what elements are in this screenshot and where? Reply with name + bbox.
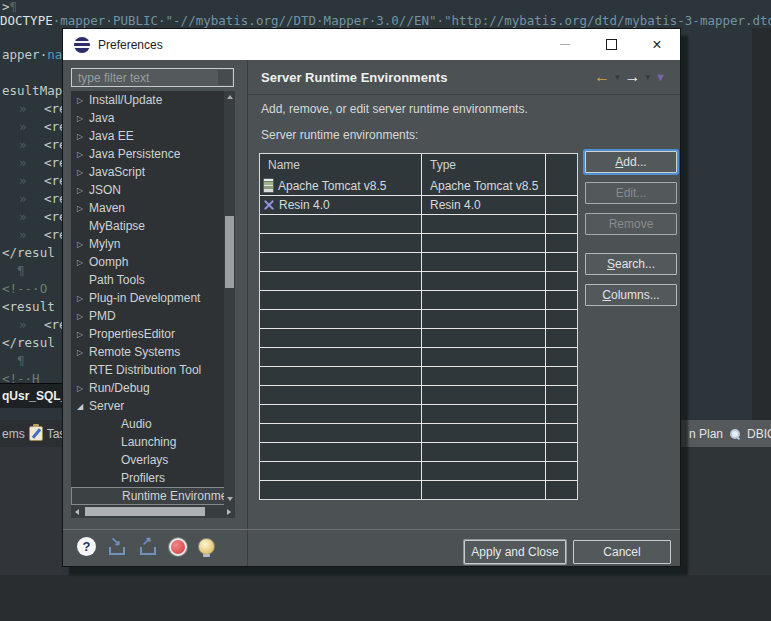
tree-item-launching[interactable]: Launching [71, 433, 235, 451]
collapsed-arrow-icon[interactable] [77, 132, 89, 141]
tomcat-icon [263, 178, 274, 193]
collapsed-arrow-icon[interactable] [77, 240, 89, 249]
collapsed-arrow-icon[interactable] [77, 96, 89, 105]
horizontal-scrollbar-thumb[interactable] [85, 507, 205, 516]
resin-icon [263, 199, 275, 212]
scroll-left-icon[interactable] [71, 505, 83, 518]
import-icon[interactable] [107, 537, 127, 556]
code-line: »<re [2, 100, 64, 118]
magnifier-icon[interactable] [729, 428, 741, 440]
collapsed-arrow-icon[interactable] [77, 150, 89, 159]
expanded-arrow-icon[interactable] [77, 402, 89, 411]
tree-vertical-scrollbar[interactable] [224, 91, 235, 505]
column-header-name[interactable]: Name [260, 154, 422, 176]
code-line-overflow: >¶ [2, 0, 17, 14]
background-panel-left [0, 447, 62, 575]
apply-and-close-button[interactable]: Apply and Close [464, 540, 566, 564]
collapsed-arrow-icon[interactable] [77, 186, 89, 195]
collapsed-arrow-icon[interactable] [77, 312, 89, 321]
tree-item-java[interactable]: Java [71, 109, 235, 127]
dialog-titlebar[interactable]: Preferences [63, 29, 680, 60]
tree-item-audio[interactable]: Audio [71, 415, 235, 433]
table-empty-row [260, 480, 577, 499]
tree-item-run-debug[interactable]: Run/Debug [71, 379, 235, 397]
tree-item-install-update[interactable]: Install/Update [71, 91, 235, 109]
search-button[interactable]: Search... [585, 253, 677, 275]
tree-item-remote-systems[interactable]: Remote Systems [71, 343, 235, 361]
tree-item-server[interactable]: Server [71, 397, 235, 415]
view-menu-icon[interactable] [655, 71, 666, 83]
tree-item-java-ee[interactable]: Java EE [71, 127, 235, 145]
lightbulb-icon[interactable] [198, 538, 215, 555]
collapsed-arrow-icon[interactable] [77, 348, 89, 357]
tree-item-oomph[interactable]: Oomph [71, 253, 235, 271]
code-line-doctype: DOCTYPE·mapper·PUBLIC·"-//mybatis.org//D… [0, 13, 771, 28]
table-empty-row [260, 214, 577, 233]
code-line: ¶ [2, 262, 64, 280]
export-icon[interactable] [138, 537, 158, 556]
tree-item-overlays[interactable]: Overlays [71, 451, 235, 469]
close-icon[interactable] [634, 29, 680, 60]
tree-item-profilers[interactable]: Profilers [71, 469, 235, 487]
column-header-empty[interactable] [546, 154, 577, 176]
minimize-icon[interactable] [542, 29, 588, 60]
footer-icons [77, 537, 215, 556]
collapsed-arrow-icon[interactable] [77, 258, 89, 267]
tree-item-java-persistence[interactable]: Java Persistence [71, 145, 235, 163]
tree-item-plug-in-development[interactable]: Plug-in Development [71, 289, 235, 307]
scroll-down-icon[interactable] [224, 493, 235, 505]
tree-item-javascript[interactable]: JavaScript [71, 163, 235, 181]
table-empty-row [260, 347, 577, 366]
tree-item-path-tools[interactable]: Path Tools [71, 271, 235, 289]
tree-item-rte-distribution-tool[interactable]: RTE Distribution Tool [71, 361, 235, 379]
collapsed-arrow-icon[interactable] [77, 294, 89, 303]
tree-item-maven[interactable]: Maven [71, 199, 235, 217]
eclipse-logo-icon [74, 37, 90, 53]
collapsed-arrow-icon[interactable] [77, 168, 89, 177]
scroll-up-icon[interactable] [224, 91, 235, 103]
history-navigation [594, 69, 666, 85]
filter-clear-area [218, 70, 232, 85]
editor-tab[interactable]: qUsr_SQL_m [0, 383, 64, 408]
back-icon[interactable] [594, 69, 610, 85]
collapsed-arrow-icon[interactable] [77, 330, 89, 339]
vertical-scrollbar-thumb[interactable] [225, 216, 234, 288]
table-label: Server runtime environments: [261, 128, 418, 142]
tree-item-pmd[interactable]: PMD [71, 307, 235, 325]
column-header-type[interactable]: Type [422, 154, 546, 176]
forward-icon[interactable] [625, 69, 641, 85]
tab-dbio-fragment[interactable]: DBIO [747, 427, 771, 441]
back-menu-icon[interactable] [615, 72, 620, 82]
forward-menu-icon[interactable] [646, 72, 651, 82]
tab-execution-plan-fragment[interactable]: n Plan [689, 427, 723, 441]
help-icon[interactable] [77, 537, 96, 556]
table-row[interactable]: Apache Tomcat v8.5Apache Tomcat v8.5 [260, 176, 577, 195]
code-line: <result [2, 298, 64, 316]
scroll-right-icon[interactable] [223, 505, 235, 518]
tree-horizontal-scrollbar[interactable] [71, 505, 235, 518]
maximize-icon[interactable] [588, 29, 634, 60]
collapsed-arrow-icon[interactable] [77, 384, 89, 393]
edit-button[interactable]: Edit... [585, 182, 677, 204]
collapsed-arrow-icon[interactable] [77, 204, 89, 213]
collapsed-arrow-icon[interactable] [77, 114, 89, 123]
code-line: apper·nam [2, 46, 64, 64]
record-icon[interactable] [169, 538, 187, 556]
filter-input[interactable] [71, 68, 234, 87]
tree-item-json[interactable]: JSON [71, 181, 235, 199]
table-row[interactable]: Resin 4.0Resin 4.0 [260, 195, 577, 214]
cancel-button[interactable]: Cancel [573, 540, 671, 564]
tree-item-mylyn[interactable]: Mylyn [71, 235, 235, 253]
page-description: Add, remove, or edit server runtime envi… [261, 102, 528, 116]
tree-item-mybatipse[interactable]: MyBatipse [71, 217, 235, 235]
background-panel-bottom [0, 575, 771, 621]
columns-button[interactable]: Columns... [585, 284, 677, 306]
window-controls [542, 29, 680, 60]
code-line: »<re [2, 154, 64, 172]
tab-problems-fragment[interactable]: ems [2, 427, 25, 441]
remove-button[interactable]: Remove [585, 213, 677, 235]
tree-item-runtime-environments[interactable]: Runtime Environments [71, 487, 235, 505]
tree-item-propertieseditor[interactable]: PropertiesEditor [71, 325, 235, 343]
tasks-icon[interactable] [29, 426, 43, 441]
add-button[interactable]: Add... [585, 151, 677, 173]
